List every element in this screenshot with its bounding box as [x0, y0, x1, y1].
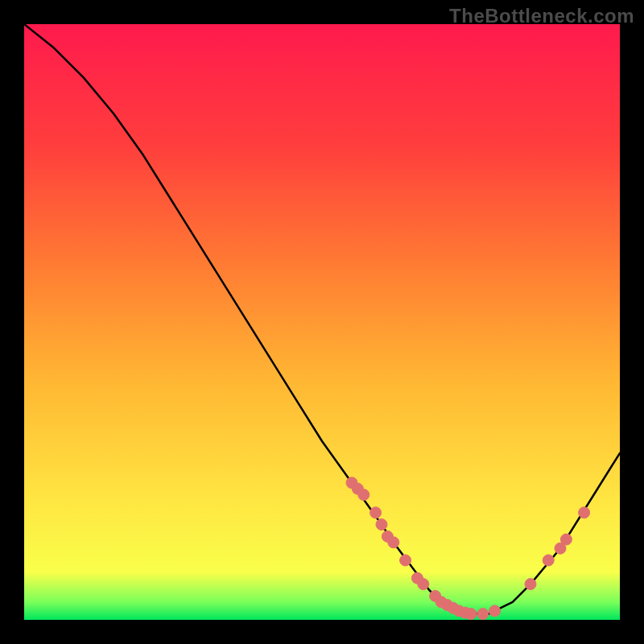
data-point [465, 609, 477, 620]
data-point [400, 555, 411, 566]
data-point [543, 555, 554, 566]
data-point [370, 507, 382, 518]
data-point [418, 579, 429, 590]
data-point [579, 507, 590, 518]
data-point [560, 534, 572, 545]
data-point [489, 605, 501, 617]
data-point [525, 579, 536, 590]
performance-curve-chart [24, 24, 620, 620]
data-point [376, 519, 387, 530]
chart-frame: TheBottleneck.com [0, 0, 644, 644]
data-point [388, 537, 399, 548]
data-point [477, 609, 489, 620]
plot-area [24, 24, 620, 620]
data-point [358, 489, 369, 501]
